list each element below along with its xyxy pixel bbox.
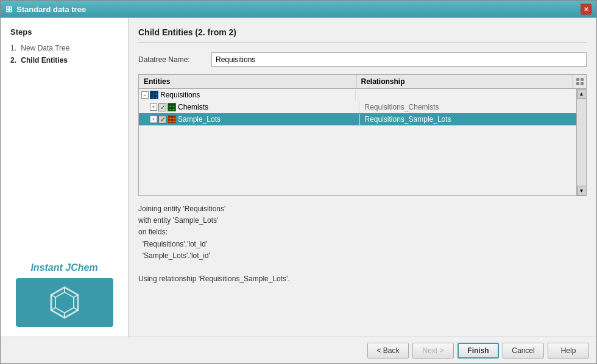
svg-rect-10 — [576, 82, 579, 85]
steps-list: 1. New Data Tree 2. Child Entities — [10, 44, 118, 65]
scrollbar[interactable]: ▲ ▼ — [576, 89, 586, 195]
checkbox-icon[interactable]: ✓ — [158, 103, 166, 111]
footer: < Back Next > Finish Cancel Help — [1, 337, 596, 363]
sidebar: Steps 1. New Data Tree 2. Child Entities… — [1, 18, 129, 337]
table-row[interactable]: + ✓ Chemists Requisitions_Chemists — [139, 101, 576, 113]
info-line-2: with entity 'Sample_Lots' — [138, 215, 587, 226]
entity-name: Requisitions — [160, 91, 200, 99]
main-window: ⊞ Standard data tree ✕ Steps 1. New Data… — [0, 0, 597, 364]
content-area: Steps 1. New Data Tree 2. Child Entities… — [1, 18, 596, 337]
datatree-name-label: Datatree Name: — [138, 55, 211, 64]
info-line-1: Joining entity 'Requisitions' — [138, 203, 587, 215]
header-btn[interactable] — [573, 75, 586, 88]
svg-marker-1 — [55, 292, 74, 313]
titlebar-left: ⊞ Standard data tree — [5, 4, 86, 14]
table-options-icon — [576, 77, 584, 86]
info-line-7: Using relationship 'Requisitions_Sample_… — [138, 273, 587, 285]
window-title: Standard data tree — [16, 5, 86, 14]
entity-icon — [168, 103, 176, 111]
steps-heading: Steps — [10, 27, 118, 37]
info-line-3: on fields: — [138, 226, 587, 238]
entity-cell: − Requisitions — [139, 89, 356, 100]
expand-icon[interactable]: + — [150, 116, 157, 123]
svg-rect-8 — [576, 78, 579, 81]
titlebar: ⊞ Standard data tree ✕ — [1, 1, 596, 18]
expand-icon[interactable]: + — [150, 103, 157, 111]
back-button[interactable]: < Back — [367, 343, 409, 359]
brand-label: Instant JChem — [30, 262, 97, 273]
relationship-cell: Requisitions_Sample_Lots — [360, 114, 577, 125]
help-button[interactable]: Help — [548, 343, 589, 359]
entity-icon — [168, 115, 176, 124]
info-line-5: 'Sample_Lots'.'lot_id' — [138, 250, 587, 262]
sidebar-bottom: Instant JChem — [10, 262, 118, 327]
scroll-up[interactable]: ▲ — [577, 89, 587, 99]
entity-cell: + ✓ Chemists — [139, 102, 360, 113]
entity-cell: + ✓ Sample_Lots — [139, 114, 360, 125]
table-row[interactable]: − Requisitions — [139, 89, 576, 101]
svg-rect-11 — [581, 82, 584, 85]
main-panel: Child Entities (2. from 2) Datatree Name… — [129, 18, 596, 337]
datatree-name-input[interactable] — [211, 52, 587, 67]
scroll-down[interactable]: ▼ — [577, 186, 587, 195]
info-line-4: 'Requisitions'.'lot_id' — [138, 239, 587, 250]
expand-icon[interactable]: − — [141, 91, 149, 99]
header-relationship: Relationship — [356, 75, 573, 88]
table-row[interactable]: + ✓ Sample_Lots Requisitions_Sample_Lots — [139, 113, 576, 125]
step-2-label: Child Entities — [21, 56, 68, 65]
step-1-label: New Data Tree — [21, 44, 69, 52]
panel-heading: Child Entities (2. from 2) — [138, 27, 587, 43]
entity-name: Chemists — [178, 103, 208, 111]
relationship-cell — [356, 94, 577, 96]
info-line-6 — [138, 262, 587, 273]
step-1: 1. New Data Tree — [10, 44, 118, 52]
entity-name: Sample_Lots — [178, 115, 221, 124]
hex-logo — [46, 284, 83, 321]
entity-table: Entities Relationship — [138, 74, 587, 196]
checkbox-icon[interactable]: ✓ — [158, 116, 166, 124]
entity-icon — [150, 91, 158, 99]
table-header: Entities Relationship — [139, 75, 586, 89]
sidebar-steps: Steps 1. New Data Tree 2. Child Entities — [10, 27, 118, 68]
next-button[interactable]: Next > — [412, 343, 454, 359]
step-1-num: 1. — [10, 44, 16, 52]
relationship-cell: Requisitions_Chemists — [360, 102, 577, 113]
window-icon: ⊞ — [5, 4, 13, 14]
finish-button[interactable]: Finish — [457, 343, 499, 359]
close-button[interactable]: ✕ — [581, 4, 592, 15]
logo-box — [16, 278, 113, 327]
cancel-button[interactable]: Cancel — [503, 343, 544, 359]
step-2-num: 2. — [10, 56, 16, 65]
svg-rect-9 — [581, 78, 584, 81]
table-body: − Requisitions + ✓ — [139, 89, 576, 195]
info-text: Joining entity 'Requisitions' with entit… — [138, 203, 587, 285]
step-2: 2. Child Entities — [10, 56, 118, 65]
header-entities: Entities — [139, 75, 356, 88]
datatree-name-row: Datatree Name: — [138, 52, 587, 67]
